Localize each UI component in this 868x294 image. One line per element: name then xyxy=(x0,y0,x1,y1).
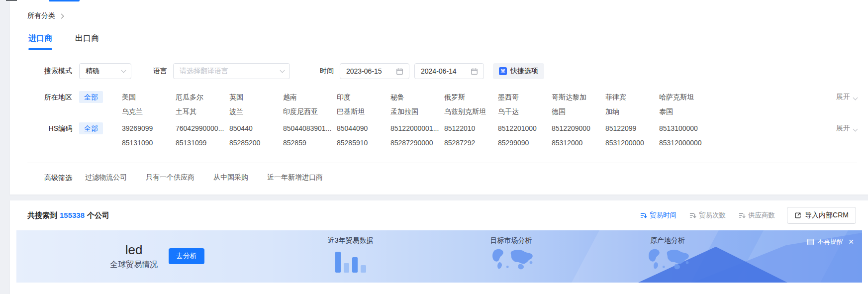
chevron-right-icon xyxy=(59,13,64,18)
search-mode-label: 搜索模式 xyxy=(27,67,72,76)
region-option[interactable]: 波兰 xyxy=(229,105,283,117)
hs-code-option[interactable]: 85122010 xyxy=(444,122,498,134)
region-option[interactable]: 美国 xyxy=(122,91,176,103)
language-select[interactable]: 请选择翻译语言 xyxy=(173,63,290,79)
hs-code-option[interactable]: 85287292 xyxy=(444,137,498,149)
tab-exporters[interactable]: 出口商 xyxy=(75,27,99,50)
region-option[interactable]: 印度 xyxy=(337,91,390,103)
region-option[interactable]: 俄罗斯 xyxy=(444,91,498,103)
region-option[interactable]: 乌兹别克斯坦 xyxy=(444,105,498,117)
sort-icon xyxy=(640,212,647,219)
hs-code-option[interactable]: 85285200 xyxy=(229,137,283,149)
search-mode-select[interactable]: 精确 xyxy=(79,63,131,79)
import-crm-button[interactable]: 导入内部CRM xyxy=(787,207,856,224)
advanced-filter-option[interactable]: 从中国采购 xyxy=(213,173,248,182)
region-option[interactable]: 墨西哥 xyxy=(498,91,552,103)
hs-code-option[interactable]: 85122099 xyxy=(605,122,659,134)
command-icon: ⌘ xyxy=(499,67,507,75)
import-crm-label: 导入内部CRM xyxy=(805,211,849,220)
results-toolbar: 贸易时间 贸易次数 供应商数 导入内部CRM xyxy=(640,207,856,224)
dont-remind-label: 不再提醒 xyxy=(817,237,843,246)
hs-code-option[interactable]: 85312000000 xyxy=(659,137,713,149)
region-option[interactable]: 土耳其 xyxy=(176,105,229,117)
advanced-filter-option[interactable]: 只有一个供应商 xyxy=(146,173,194,182)
region-option[interactable]: 巴基斯坦 xyxy=(337,105,390,117)
region-all-chip[interactable]: 全部 xyxy=(79,91,103,103)
advanced-filter-option[interactable]: 近一年新增进口商 xyxy=(267,173,323,182)
end-date-value: 2024-06-14 xyxy=(421,67,457,75)
region-option[interactable]: 乌干达 xyxy=(498,105,552,117)
dont-remind-checkbox[interactable] xyxy=(807,239,814,245)
region-option[interactable]: 泰国 xyxy=(659,105,713,117)
time-label: 时间 xyxy=(320,67,334,76)
hs-code-option[interactable]: 85044083901... xyxy=(283,122,337,134)
hs-code-option[interactable]: 8531200000 xyxy=(605,137,659,149)
world-map-icon xyxy=(642,248,693,274)
tab-importers[interactable]: 进口商 xyxy=(28,27,52,50)
region-option[interactable]: 菲律宾 xyxy=(605,91,659,103)
hs-code-option[interactable]: 39269099 xyxy=(122,122,176,134)
banner-promo-text: led 全球贸易情况 xyxy=(110,243,158,271)
advanced-filter-row: 高级筛选 过滤物流公司只有一个供应商从中国采购近一年新增进口商 xyxy=(10,163,868,195)
region-option[interactable]: 孟加拉国 xyxy=(390,105,444,117)
analyze-button[interactable]: 去分析 xyxy=(169,248,204,264)
banner-subtitle: 全球贸易情况 xyxy=(110,260,158,270)
sort-trade-count-label: 贸易次数 xyxy=(699,211,726,220)
sort-icon xyxy=(689,212,696,219)
hs-code-option[interactable]: 85312000 xyxy=(552,137,605,149)
hs-code-option[interactable]: 8512201000 xyxy=(498,122,552,134)
active-tab-underline-fragment xyxy=(49,0,80,1)
region-option[interactable]: 秘鲁 xyxy=(390,91,444,103)
region-option[interactable]: 哥斯达黎加 xyxy=(552,91,605,103)
sort-trade-count[interactable]: 贸易次数 xyxy=(689,211,726,220)
end-date-input[interactable]: 2024-06-14 xyxy=(414,63,484,79)
region-option[interactable]: 加纳 xyxy=(605,105,659,117)
region-option[interactable]: 英国 xyxy=(229,91,283,103)
hs-code-option[interactable]: 85122000001... xyxy=(390,122,444,134)
hs-code-all-chip[interactable]: 全部 xyxy=(79,122,103,134)
hs-code-option[interactable]: 85285910 xyxy=(337,137,390,149)
sort-controls: 贸易时间 贸易次数 供应商数 xyxy=(640,211,775,220)
bar-chart-icon xyxy=(306,248,395,273)
sort-icon xyxy=(739,212,746,219)
hs-code-option[interactable]: 85131090 xyxy=(122,137,176,149)
feature-target-market: 目标市场分析 xyxy=(467,236,556,276)
breadcrumb-row: 所有分类 xyxy=(10,0,868,27)
region-option[interactable]: 印度尼西亚 xyxy=(283,105,337,117)
quick-options-button[interactable]: ⌘ 快捷选项 xyxy=(493,63,544,79)
hs-code-option[interactable]: 85131099 xyxy=(176,137,229,149)
sort-supplier-count[interactable]: 供应商数 xyxy=(739,211,775,220)
feature-trade-data: 近3年贸易数据 xyxy=(306,236,395,273)
hs-code-option[interactable]: 85044090 xyxy=(337,122,390,134)
results-count: 共搜索到155338个公司 xyxy=(27,211,109,220)
region-option[interactable]: 越南 xyxy=(283,91,337,103)
import-icon xyxy=(794,212,801,219)
hs-code-option[interactable]: 852859 xyxy=(283,137,337,149)
advanced-filter-option[interactable]: 过滤物流公司 xyxy=(85,173,127,182)
advanced-filter-label: 高级筛选 xyxy=(27,172,72,184)
hs-code-label: HS编码 xyxy=(27,122,72,134)
banner-keyword: led xyxy=(110,243,158,258)
close-icon[interactable]: ✕ xyxy=(848,238,854,246)
hs-code-option[interactable]: 8512209000 xyxy=(552,122,605,134)
breadcrumb[interactable]: 所有分类 xyxy=(27,11,63,20)
region-option[interactable]: 德国 xyxy=(552,105,605,117)
feature-title: 近3年贸易数据 xyxy=(306,236,395,245)
search-settings-row: 搜索模式 精确 语言 请选择翻译语言 时间 2023-06-15 2024-06… xyxy=(10,63,868,79)
region-expand-link[interactable]: 展开 xyxy=(836,93,857,101)
region-option[interactable]: 乌克兰 xyxy=(122,105,176,117)
calendar-icon xyxy=(396,68,403,75)
hs-code-option[interactable]: 8513100000 xyxy=(659,122,713,134)
hs-code-option[interactable]: 85287290000 xyxy=(390,137,444,149)
hs-code-option[interactable]: 76042990000... xyxy=(176,122,229,134)
advanced-filter-options: 过滤物流公司只有一个供应商从中国采购近一年新增进口商 xyxy=(85,173,323,182)
hs-code-expand-link[interactable]: 展开 xyxy=(836,124,857,133)
language-placeholder: 请选择翻译语言 xyxy=(180,67,228,76)
region-option[interactable]: 哈萨克斯坦 xyxy=(659,91,713,103)
start-date-input[interactable]: 2023-06-15 xyxy=(340,63,409,79)
hs-code-option[interactable]: 850440 xyxy=(229,122,283,134)
feature-origin-analysis: 原产地分析 xyxy=(623,236,712,276)
sort-trade-time[interactable]: 贸易时间 xyxy=(640,211,676,220)
region-option[interactable]: 厄瓜多尔 xyxy=(176,91,229,103)
hs-code-option[interactable]: 85299090 xyxy=(498,137,552,149)
